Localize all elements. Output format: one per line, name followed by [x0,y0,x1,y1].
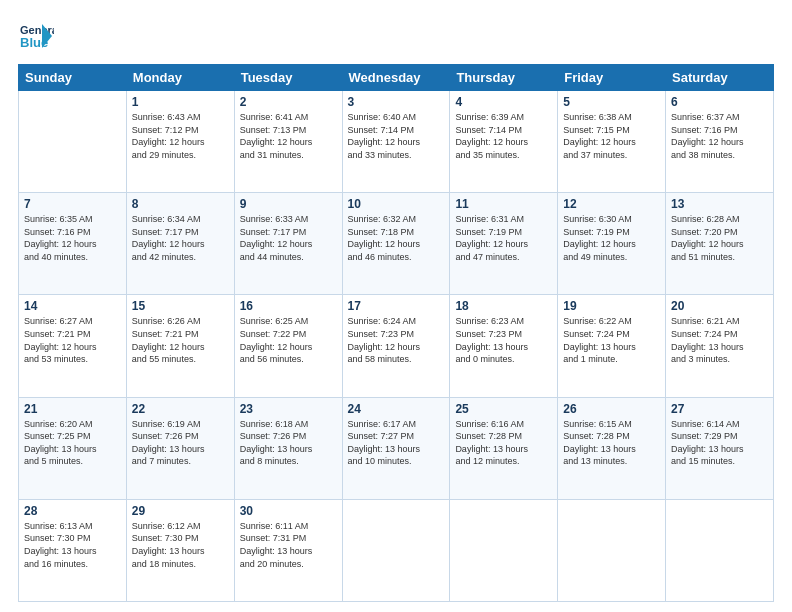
calendar-cell: 5Sunrise: 6:38 AM Sunset: 7:15 PM Daylig… [558,91,666,193]
column-header-saturday: Saturday [666,65,774,91]
cell-content: Sunrise: 6:28 AM Sunset: 7:20 PM Dayligh… [671,213,768,263]
day-number: 11 [455,197,552,211]
calendar-cell: 2Sunrise: 6:41 AM Sunset: 7:13 PM Daylig… [234,91,342,193]
column-header-thursday: Thursday [450,65,558,91]
calendar-cell: 3Sunrise: 6:40 AM Sunset: 7:14 PM Daylig… [342,91,450,193]
logo-container: General Blue [18,18,54,54]
cell-content: Sunrise: 6:11 AM Sunset: 7:31 PM Dayligh… [240,520,337,570]
cell-content: Sunrise: 6:18 AM Sunset: 7:26 PM Dayligh… [240,418,337,468]
calendar-cell: 19Sunrise: 6:22 AM Sunset: 7:24 PM Dayli… [558,295,666,397]
day-number: 19 [563,299,660,313]
cell-content: Sunrise: 6:17 AM Sunset: 7:27 PM Dayligh… [348,418,445,468]
cell-content: Sunrise: 6:32 AM Sunset: 7:18 PM Dayligh… [348,213,445,263]
day-number: 13 [671,197,768,211]
day-number: 7 [24,197,121,211]
cell-content: Sunrise: 6:40 AM Sunset: 7:14 PM Dayligh… [348,111,445,161]
calendar-cell: 24Sunrise: 6:17 AM Sunset: 7:27 PM Dayli… [342,397,450,499]
day-number: 22 [132,402,229,416]
cell-content: Sunrise: 6:21 AM Sunset: 7:24 PM Dayligh… [671,315,768,365]
day-number: 15 [132,299,229,313]
week-row-1: 7Sunrise: 6:35 AM Sunset: 7:16 PM Daylig… [19,193,774,295]
cell-content: Sunrise: 6:22 AM Sunset: 7:24 PM Dayligh… [563,315,660,365]
day-number: 26 [563,402,660,416]
calendar-cell: 9Sunrise: 6:33 AM Sunset: 7:17 PM Daylig… [234,193,342,295]
calendar-cell: 18Sunrise: 6:23 AM Sunset: 7:23 PM Dayli… [450,295,558,397]
column-header-tuesday: Tuesday [234,65,342,91]
cell-content: Sunrise: 6:19 AM Sunset: 7:26 PM Dayligh… [132,418,229,468]
day-number: 28 [24,504,121,518]
day-number: 27 [671,402,768,416]
day-number: 14 [24,299,121,313]
cell-content: Sunrise: 6:43 AM Sunset: 7:12 PM Dayligh… [132,111,229,161]
day-number: 9 [240,197,337,211]
column-header-friday: Friday [558,65,666,91]
calendar-cell: 11Sunrise: 6:31 AM Sunset: 7:19 PM Dayli… [450,193,558,295]
column-header-wednesday: Wednesday [342,65,450,91]
day-number: 1 [132,95,229,109]
day-number: 3 [348,95,445,109]
calendar-cell: 6Sunrise: 6:37 AM Sunset: 7:16 PM Daylig… [666,91,774,193]
cell-content: Sunrise: 6:35 AM Sunset: 7:16 PM Dayligh… [24,213,121,263]
cell-content: Sunrise: 6:25 AM Sunset: 7:22 PM Dayligh… [240,315,337,365]
cell-content: Sunrise: 6:12 AM Sunset: 7:30 PM Dayligh… [132,520,229,570]
calendar-cell: 26Sunrise: 6:15 AM Sunset: 7:28 PM Dayli… [558,397,666,499]
day-number: 18 [455,299,552,313]
calendar-cell [558,499,666,601]
cell-content: Sunrise: 6:34 AM Sunset: 7:17 PM Dayligh… [132,213,229,263]
calendar-cell [450,499,558,601]
week-row-2: 14Sunrise: 6:27 AM Sunset: 7:21 PM Dayli… [19,295,774,397]
calendar-cell: 22Sunrise: 6:19 AM Sunset: 7:26 PM Dayli… [126,397,234,499]
day-number: 24 [348,402,445,416]
calendar-cell: 4Sunrise: 6:39 AM Sunset: 7:14 PM Daylig… [450,91,558,193]
logo-icon: General Blue [18,18,54,54]
cell-content: Sunrise: 6:14 AM Sunset: 7:29 PM Dayligh… [671,418,768,468]
calendar-cell: 28Sunrise: 6:13 AM Sunset: 7:30 PM Dayli… [19,499,127,601]
header: General Blue [18,18,774,54]
calendar-cell: 20Sunrise: 6:21 AM Sunset: 7:24 PM Dayli… [666,295,774,397]
calendar-cell: 12Sunrise: 6:30 AM Sunset: 7:19 PM Dayli… [558,193,666,295]
cell-content: Sunrise: 6:38 AM Sunset: 7:15 PM Dayligh… [563,111,660,161]
calendar-cell: 7Sunrise: 6:35 AM Sunset: 7:16 PM Daylig… [19,193,127,295]
cell-content: Sunrise: 6:39 AM Sunset: 7:14 PM Dayligh… [455,111,552,161]
day-number: 23 [240,402,337,416]
calendar-cell: 27Sunrise: 6:14 AM Sunset: 7:29 PM Dayli… [666,397,774,499]
calendar-cell: 17Sunrise: 6:24 AM Sunset: 7:23 PM Dayli… [342,295,450,397]
day-number: 17 [348,299,445,313]
day-number: 30 [240,504,337,518]
page: General Blue SundayMondayTuesdayWednesda… [0,0,792,612]
day-number: 5 [563,95,660,109]
calendar-cell: 10Sunrise: 6:32 AM Sunset: 7:18 PM Dayli… [342,193,450,295]
calendar-cell [666,499,774,601]
cell-content: Sunrise: 6:15 AM Sunset: 7:28 PM Dayligh… [563,418,660,468]
cell-content: Sunrise: 6:16 AM Sunset: 7:28 PM Dayligh… [455,418,552,468]
week-row-4: 28Sunrise: 6:13 AM Sunset: 7:30 PM Dayli… [19,499,774,601]
calendar-cell: 1Sunrise: 6:43 AM Sunset: 7:12 PM Daylig… [126,91,234,193]
calendar-cell [19,91,127,193]
calendar-body: 1Sunrise: 6:43 AM Sunset: 7:12 PM Daylig… [19,91,774,602]
cell-content: Sunrise: 6:30 AM Sunset: 7:19 PM Dayligh… [563,213,660,263]
day-number: 21 [24,402,121,416]
day-number: 29 [132,504,229,518]
cell-content: Sunrise: 6:13 AM Sunset: 7:30 PM Dayligh… [24,520,121,570]
calendar-cell: 15Sunrise: 6:26 AM Sunset: 7:21 PM Dayli… [126,295,234,397]
calendar-header: SundayMondayTuesdayWednesdayThursdayFrid… [19,65,774,91]
week-row-3: 21Sunrise: 6:20 AM Sunset: 7:25 PM Dayli… [19,397,774,499]
cell-content: Sunrise: 6:26 AM Sunset: 7:21 PM Dayligh… [132,315,229,365]
day-number: 8 [132,197,229,211]
cell-content: Sunrise: 6:23 AM Sunset: 7:23 PM Dayligh… [455,315,552,365]
week-row-0: 1Sunrise: 6:43 AM Sunset: 7:12 PM Daylig… [19,91,774,193]
calendar-cell: 8Sunrise: 6:34 AM Sunset: 7:17 PM Daylig… [126,193,234,295]
calendar-cell [342,499,450,601]
calendar-table: SundayMondayTuesdayWednesdayThursdayFrid… [18,64,774,602]
header-row: SundayMondayTuesdayWednesdayThursdayFrid… [19,65,774,91]
cell-content: Sunrise: 6:31 AM Sunset: 7:19 PM Dayligh… [455,213,552,263]
cell-content: Sunrise: 6:33 AM Sunset: 7:17 PM Dayligh… [240,213,337,263]
calendar-cell: 30Sunrise: 6:11 AM Sunset: 7:31 PM Dayli… [234,499,342,601]
calendar-cell: 21Sunrise: 6:20 AM Sunset: 7:25 PM Dayli… [19,397,127,499]
calendar-cell: 25Sunrise: 6:16 AM Sunset: 7:28 PM Dayli… [450,397,558,499]
day-number: 25 [455,402,552,416]
calendar-cell: 14Sunrise: 6:27 AM Sunset: 7:21 PM Dayli… [19,295,127,397]
cell-content: Sunrise: 6:27 AM Sunset: 7:21 PM Dayligh… [24,315,121,365]
day-number: 6 [671,95,768,109]
calendar-cell: 23Sunrise: 6:18 AM Sunset: 7:26 PM Dayli… [234,397,342,499]
